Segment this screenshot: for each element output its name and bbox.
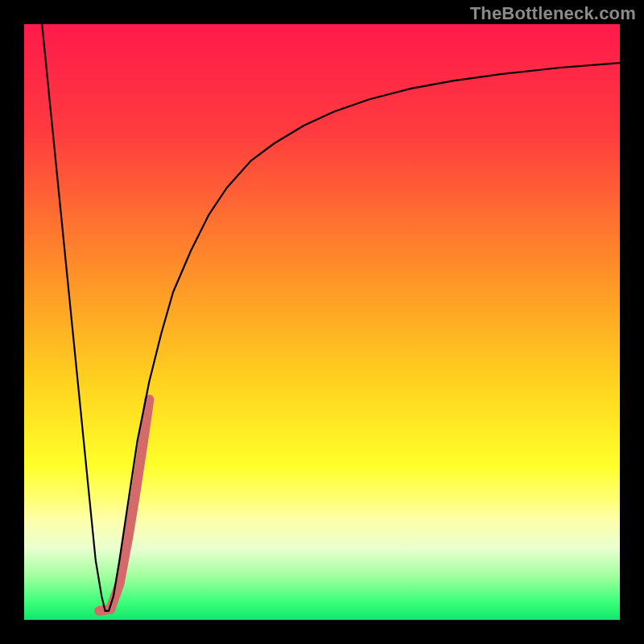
marker-segment xyxy=(99,399,149,611)
plot-area xyxy=(24,24,620,620)
watermark-text: TheBottleneck.com xyxy=(470,3,636,24)
chart-svg xyxy=(24,24,620,620)
outer-frame: TheBottleneck.com xyxy=(0,0,644,644)
